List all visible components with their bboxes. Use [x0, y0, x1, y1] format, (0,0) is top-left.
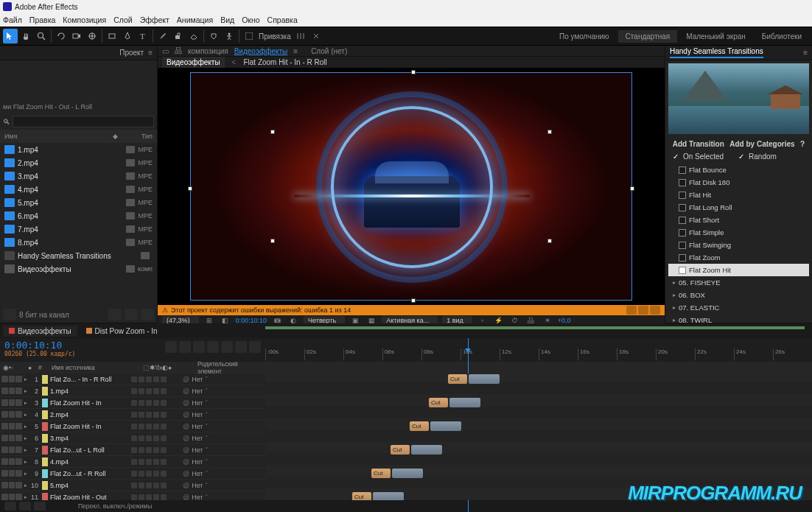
project-search-input[interactable] [13, 116, 154, 127]
plugin-title[interactable]: Handy Seamless Transitions [670, 47, 763, 58]
expand-arrow[interactable]: ▸ [22, 388, 29, 394]
menu-help[interactable]: Справка [267, 15, 298, 24]
col-parent[interactable]: Родительский элемент [197, 360, 262, 375]
adjustment-clip[interactable]: Cut [448, 374, 467, 384]
label-swatch[interactable] [126, 212, 135, 220]
time-ruler[interactable]: :00s02s04s06s08s10s12s14s16s18s20s22s24s… [265, 338, 812, 362]
camera-tool[interactable] [69, 29, 84, 43]
toggle-inout-button[interactable] [34, 502, 46, 511]
label-color[interactable] [42, 410, 48, 419]
on-selected-checkbox[interactable]: On Selected [665, 151, 731, 162]
label-swatch[interactable] [126, 159, 135, 166]
pickwhip-icon[interactable]: @ [183, 446, 189, 454]
video-clip[interactable] [411, 445, 442, 455]
adjustment-clip[interactable]: Cut [429, 398, 448, 407]
project-item[interactable]: 2.mp4MPE [0, 156, 157, 169]
puppet-tool[interactable] [222, 29, 237, 43]
label-color[interactable] [42, 481, 48, 490]
error-nav-next[interactable] [638, 306, 648, 315]
tracks-area[interactable]: CutCutCutCutCutCutCutCutCut [265, 374, 812, 500]
label-color[interactable] [42, 457, 48, 466]
layer-row[interactable]: ▸42.mp4@Нет˅ [0, 409, 265, 421]
composition-viewer[interactable] [158, 68, 665, 305]
pickwhip-icon[interactable]: @ [183, 458, 189, 466]
flow-comp-next[interactable]: Flat Zoom Hit - In - R Roll [243, 58, 326, 66]
menu-view[interactable]: Вид [220, 15, 234, 24]
layer-name[interactable]: Flat Zoom Hit - Out [50, 494, 131, 501]
parent-dropdown[interactable]: Нет [192, 458, 203, 466]
layer-row[interactable]: ▸63.mp4@Нет˅ [0, 432, 265, 444]
category-item[interactable]: 08. TWIRL [668, 314, 809, 323]
pickwhip-icon[interactable]: @ [183, 494, 189, 501]
eye-icon[interactable] [1, 458, 8, 465]
rectangle-tool[interactable] [105, 29, 119, 43]
workspace-libraries[interactable]: Библиотеки [755, 30, 809, 43]
text-tool[interactable]: T [136, 29, 150, 43]
layer-name[interactable]: Flat Zoom Hit - In [50, 423, 131, 430]
label-swatch[interactable] [126, 225, 135, 233]
layers-column[interactable]: ▸1Flat Zo... - In - R Roll@Нет˅▸21.mp4@Н… [0, 374, 265, 500]
menu-composition[interactable]: Композиция [63, 15, 106, 24]
layer-name[interactable]: 5.mp4 [50, 482, 131, 489]
eye-icon[interactable] [1, 494, 8, 500]
audio-icon[interactable] [9, 482, 15, 488]
expand-arrow[interactable]: ▸ [22, 400, 29, 406]
expand-arrow[interactable]: ▸ [22, 483, 29, 488]
eye-icon[interactable] [1, 411, 8, 418]
orbit-tool[interactable] [54, 29, 69, 43]
label-color[interactable] [42, 446, 48, 455]
category-item[interactable]: 07. ELASTIC [668, 301, 809, 314]
parent-dropdown[interactable]: Нет [192, 470, 203, 477]
layer-row[interactable]: ▸3Flat Zoom Hit - In@Нет˅ [0, 397, 265, 409]
label-swatch[interactable] [126, 199, 135, 206]
parent-dropdown[interactable]: Нет [192, 482, 203, 489]
layer-row[interactable]: ▸105.mp4@Нет˅ [0, 480, 265, 491]
adjustment-clip[interactable]: Cut [371, 469, 391, 478]
col-source-name[interactable]: Имя источника [52, 364, 140, 371]
nav-home-icon[interactable]: ▭ [162, 47, 169, 55]
adjustment-clip[interactable]: Cut [352, 492, 371, 500]
project-tab[interactable]: Проект [119, 49, 144, 57]
menu-animation[interactable]: Анимация [177, 15, 213, 24]
project-item[interactable]: Видеоэффектыкомп [0, 262, 157, 276]
audio-icon[interactable] [9, 376, 15, 382]
category-item[interactable]: 06. BOX [668, 289, 809, 301]
workspace-default[interactable]: По умолчанию [552, 30, 617, 43]
project-item[interactable]: 4.mp4MPE [0, 183, 157, 196]
layer-row[interactable]: ▸9Flat Zo...ut - R Roll@Нет˅ [0, 468, 265, 480]
menu-effect[interactable]: Эффект [140, 15, 169, 24]
layer-tab[interactable]: Слой (нет) [311, 47, 347, 55]
tl-graph-icon[interactable] [235, 341, 247, 353]
transitions-tree[interactable]: Flat BounceFlat Disk 180Flat HitFlat Lon… [665, 162, 812, 323]
toggle-modes-button[interactable] [19, 502, 31, 511]
layer-row[interactable]: ▸84.mp4@Нет˅ [0, 456, 265, 468]
adjustment-clip[interactable]: Cut [391, 445, 410, 455]
audio-icon[interactable] [9, 494, 15, 500]
snap-opts2-icon[interactable] [309, 29, 323, 43]
trash-button[interactable] [141, 309, 154, 320]
transition-item[interactable]: Flat Hit [668, 189, 809, 201]
pickwhip-icon[interactable]: @ [183, 482, 189, 489]
timeline-tab-2[interactable]: Dist Pow Zoom - In [80, 326, 164, 337]
project-item[interactable]: 1.mp4MPE [0, 143, 157, 156]
new-folder-button[interactable] [108, 309, 122, 320]
parent-dropdown[interactable]: Нет [192, 494, 203, 501]
eye-icon[interactable] [1, 482, 8, 488]
bit-depth[interactable]: 8 бит на канал [19, 311, 69, 319]
pickwhip-icon[interactable]: @ [183, 470, 189, 477]
project-item[interactable]: 7.mp4MPE [0, 222, 157, 236]
tl-motionblur-icon[interactable] [221, 341, 233, 353]
pickwhip-icon[interactable]: @ [183, 423, 189, 430]
eye-icon[interactable] [1, 446, 8, 453]
audio-icon[interactable] [9, 435, 15, 441]
audio-icon[interactable] [9, 470, 15, 477]
menu-edit[interactable]: Правка [29, 15, 55, 24]
layer-name[interactable]: Flat Zo... - In - R Roll [50, 376, 131, 383]
footer-hint[interactable]: Перекл. выключ./режимы [78, 502, 152, 510]
layer-row[interactable]: ▸11Flat Zoom Hit - Out@Нет˅ [0, 491, 265, 500]
audio-icon[interactable] [9, 458, 15, 465]
pickwhip-icon[interactable]: @ [183, 376, 189, 383]
label-swatch[interactable] [126, 265, 135, 273]
pen-tool[interactable] [120, 29, 135, 43]
clone-tool[interactable] [171, 29, 186, 43]
